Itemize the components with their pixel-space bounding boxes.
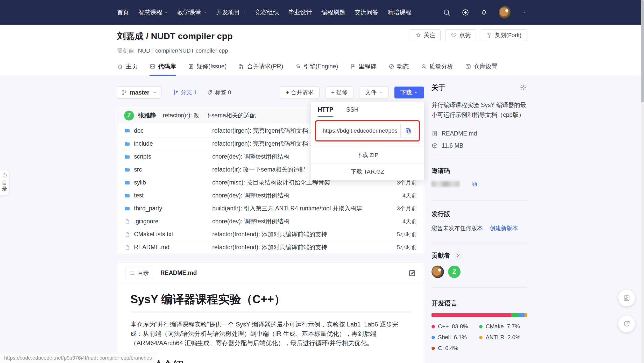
repo-tab[interactable]: 仓库设置 (465, 62, 498, 76)
nav-item[interactable]: 智慧课程 (138, 8, 168, 16)
file-icon (124, 231, 130, 238)
sidebar-readme-link[interactable]: README.md (431, 130, 527, 137)
scrollbar-thumb[interactable] (641, 0, 644, 102)
file-name[interactable]: include (134, 140, 153, 147)
chevron-down-icon (414, 90, 418, 95)
contributors-title: 贡献者 (431, 251, 450, 260)
gear-icon[interactable] (520, 84, 527, 91)
commit-message[interactable]: refactor(frontend): 添加对只编译前端的支持 (212, 230, 378, 238)
nav-item[interactable]: 毕业设计 (288, 8, 312, 16)
download-zip-item[interactable]: 下载 ZIP (311, 147, 424, 163)
file-name[interactable]: scripts (134, 153, 151, 160)
page-toc-tab[interactable]: 目录 (0, 170, 9, 195)
file-name[interactable]: src (134, 166, 142, 173)
latest-commit-message[interactable]: refactor(ir): 改一下sema相关的适配 (163, 111, 256, 119)
commit-message[interactable]: build(antlr): 引入第三方 ANTLR4 runtime/tool … (212, 204, 378, 212)
user-avatar[interactable] (499, 6, 511, 19)
tab-http[interactable]: HTTP (318, 106, 333, 117)
share-button[interactable] (618, 316, 635, 332)
like-button[interactable]: 点赞 (445, 29, 476, 41)
language-legend-item: C 0.4% (431, 345, 479, 352)
files-label: 文件 (365, 89, 377, 96)
table-row[interactable]: README.md refactor(frontend): 添加对只编译前端的支… (117, 241, 424, 254)
branches-count-link[interactable]: 分支 1 (173, 89, 197, 96)
feedback-note-button[interactable] (618, 290, 635, 306)
file-name[interactable]: README.md (134, 244, 169, 251)
branch-selector[interactable]: master (117, 86, 161, 99)
repo-tab[interactable]: 合并请求(PR) (238, 62, 283, 76)
nav-item[interactable]: 精培课程 (388, 8, 412, 16)
file-name[interactable]: third_party (134, 205, 162, 212)
language-name: C (438, 345, 442, 352)
contributor-avatar[interactable]: Z (448, 266, 461, 278)
download-button[interactable]: 下载 (394, 87, 424, 98)
contributors-count-badge: 2 (454, 251, 463, 260)
nav-item-label: 交流问答 (355, 8, 378, 16)
file-name[interactable]: CMakeLists.txt (134, 231, 173, 238)
watch-button[interactable]: 关注 (410, 29, 441, 41)
edit-readme-icon[interactable] (408, 269, 416, 277)
language-legend-item: C++ 83.8% (431, 323, 479, 330)
repo-tab[interactable]: 引擎(Engine) (295, 62, 338, 76)
commit-message[interactable]: chore(dev): 调整test用例结构 (212, 217, 378, 225)
file-name[interactable]: .gitignore (134, 218, 159, 225)
table-row[interactable]: test chore(dev): 调整test用例结构 4天前 (117, 189, 424, 202)
clone-url-input[interactable] (319, 124, 400, 138)
repo-tab[interactable]: 动态 (388, 62, 409, 76)
language-color-dot (431, 325, 435, 328)
commit-time: 5小时前 (378, 231, 417, 238)
notifications-bell-icon[interactable] (480, 9, 488, 16)
table-row[interactable]: CMakeLists.txt refactor(frontend): 添加对只编… (117, 228, 424, 241)
create-plus-icon[interactable] (462, 9, 469, 16)
tab-icon (350, 63, 356, 69)
table-row[interactable]: .gitignore chore(dev): 调整test用例结构 4天前 (117, 215, 424, 228)
download-label: 下载 (400, 89, 412, 96)
file-name-cell: include (124, 140, 212, 147)
copy-url-button[interactable] (400, 124, 416, 138)
tab-icon (188, 63, 194, 69)
search-icon[interactable] (443, 9, 451, 16)
file-name[interactable]: doc (134, 127, 144, 134)
about-title: 关于 (431, 83, 445, 92)
repo-tab[interactable]: 主页 (117, 62, 138, 76)
new-issue-button[interactable]: + 疑修 (325, 87, 353, 98)
link-preview-statusbar: https://code.educoder.net/p9s376i4f/nudt… (0, 353, 156, 363)
tab-ssh[interactable]: SSH (346, 106, 358, 117)
releases-empty-text: 您暂未发布任何版本 (431, 224, 483, 232)
new-pr-button[interactable]: + 合并请求 (280, 87, 320, 98)
files-dropdown-button[interactable]: 文件 (359, 87, 389, 98)
file-name[interactable]: sylib (134, 179, 146, 186)
language-name: C++ (438, 323, 449, 330)
nav-item[interactable]: 编程刷题 (321, 8, 345, 16)
forked-from-link[interactable]: NUDT compiler/NUDT compiler cpp (138, 47, 228, 54)
tab-label: 主页 (126, 62, 138, 70)
nav-item[interactable]: 教学课堂 (177, 8, 207, 16)
sidebar-divider (431, 287, 527, 288)
tab-icon (238, 63, 244, 69)
table-row[interactable]: third_party build(antlr): 引入第三方 ANTLR4 r… (117, 202, 424, 215)
readme-toc-button[interactable]: 目录 (125, 267, 153, 279)
commit-message[interactable]: refactor(frontend): 添加对只编译前端的支持 (212, 243, 378, 251)
repo-tab[interactable]: 里程碑 (350, 62, 377, 76)
download-targz-item[interactable]: 下载 TAR.GZ (311, 163, 424, 180)
contributor-avatar[interactable] (431, 266, 444, 278)
tags-count-link[interactable]: 标签 0 (207, 89, 231, 96)
package-icon (431, 143, 438, 149)
nav-item[interactable]: 交流问答 (355, 8, 378, 16)
nav-item[interactable]: 竞赛组织 (255, 8, 279, 16)
create-release-link[interactable]: 创建新版本 (490, 224, 518, 232)
repo-tab[interactable]: 疑修(Issue) (188, 62, 227, 76)
nav-item[interactable]: 首页 (117, 8, 129, 16)
committer-name[interactable]: 张雅静 (138, 111, 156, 119)
chevron-down-icon[interactable] (522, 10, 527, 15)
commit-message[interactable]: chore(dev): 调整test用例结构 (212, 191, 378, 200)
nav-item[interactable]: 开发项目 (216, 8, 246, 16)
committer-avatar[interactable]: Z (124, 111, 134, 120)
copy-icon[interactable] (471, 181, 478, 187)
fork-button[interactable]: 复刻(Fork) (481, 29, 527, 41)
language-percent: 83.8% (452, 323, 468, 330)
page-scrollbar[interactable] (641, 0, 644, 363)
file-name[interactable]: test (134, 192, 144, 199)
repo-tab[interactable]: 代码库 (150, 62, 176, 76)
repo-tab[interactable]: 质量分析 (421, 62, 453, 76)
